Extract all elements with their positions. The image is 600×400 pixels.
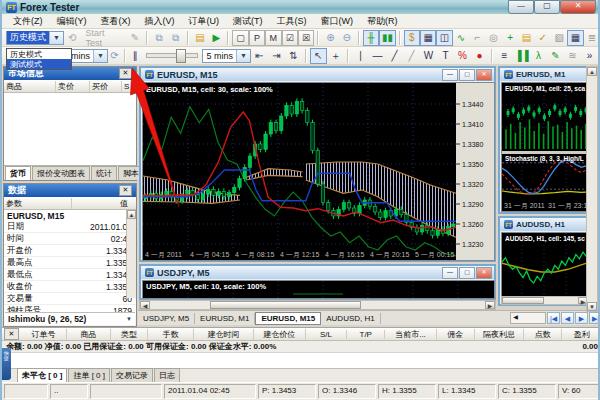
orders-tab-0[interactable]: 未平仓 [ 0 ]	[17, 368, 67, 382]
indicator-dropdown-icon[interactable]: ▼	[126, 316, 132, 322]
nav-next-icon[interactable]: ▶	[575, 312, 588, 324]
scroll-left-icon[interactable]: ◀	[140, 301, 150, 309]
orders-tab-2[interactable]: 交易记录	[111, 368, 153, 382]
scroll-right-icon[interactable]: ▶	[485, 301, 495, 309]
data-panel-scrollbar[interactable]: ▲	[126, 210, 136, 298]
indicator-step-icon[interactable]: ⌐	[469, 30, 485, 46]
templates-button[interactable]: M	[265, 30, 281, 46]
data-center-icon[interactable]: ▤	[192, 30, 208, 46]
child-close-button[interactable]: ✕	[476, 267, 492, 279]
hlines-set-icon[interactable]: ≡	[496, 48, 513, 64]
horizontal-line-icon[interactable]: —	[369, 48, 386, 64]
speed-slider-thumb[interactable]	[176, 49, 186, 63]
data-col-1[interactable]: 值	[72, 198, 130, 209]
market-col-1[interactable]: 卖价	[56, 81, 90, 92]
mode-option-0[interactable]: 历史模式	[7, 49, 71, 59]
nav-last-icon[interactable]: ▶|	[589, 312, 600, 324]
orders-col-3[interactable]: 手数	[148, 329, 194, 340]
market-info-body[interactable]	[4, 93, 136, 165]
eurusd-m15-chart[interactable]: 1.34401.34101.33801.33501.33201.32901.32…	[142, 82, 495, 261]
mdi-h-scrollbar[interactable]: ◀ ▶	[139, 300, 496, 310]
orders-tab-3[interactable]: 日志	[154, 368, 180, 382]
menu-item-2[interactable]: 查看(X)	[94, 14, 138, 29]
audusd-h1-titlebar[interactable]: FT AUDUSD, H1	[500, 218, 590, 231]
mode-select[interactable]: 历史模式 ▼	[6, 31, 64, 45]
fibonacci-icon[interactable]: %	[454, 48, 471, 64]
orders-col-0[interactable]: 订单号	[21, 329, 67, 340]
pause-icon[interactable]: ∥	[129, 48, 142, 64]
orders-col-7[interactable]: T/P	[347, 330, 385, 339]
menu-item-5[interactable]: 测试(T)	[226, 14, 270, 29]
orders-col-11[interactable]: 点数	[524, 329, 562, 340]
child-minimize-button[interactable]: —	[442, 267, 458, 279]
vertical-line-icon[interactable]: |	[352, 48, 369, 64]
new-chart-icon[interactable]: ▢	[232, 30, 248, 46]
collapsed-panel-tab[interactable]: 快捷	[2, 348, 11, 380]
copy-tick-icon[interactable]: ⧉	[151, 30, 167, 46]
speed-arrow-icon[interactable]: ▼	[236, 50, 250, 62]
snapshot-icon[interactable]: ▧	[551, 30, 567, 46]
candles-mode-icon[interactable]: ▮▮	[379, 30, 395, 46]
copy-chart-icon[interactable]: ⧉	[167, 30, 183, 46]
title-bar[interactable]: FT Forex Tester — ▢ ✕	[2, 0, 598, 14]
h-scroll-thumb[interactable]	[502, 297, 544, 304]
menu-item-6[interactable]: 工具(S)	[270, 14, 314, 29]
sync-icon[interactable]: ⟳	[108, 48, 121, 64]
chart-window-icon[interactable]: ▦	[420, 30, 436, 46]
maximize-button[interactable]: ▢	[534, 0, 560, 14]
data-panel-columns[interactable]: 参数值	[4, 197, 136, 210]
orders-body[interactable]	[2, 353, 600, 369]
profiles-button[interactable]: P	[249, 30, 265, 46]
ray-icon[interactable]: ╱	[403, 48, 420, 64]
scroll-up-icon[interactable]: ▲	[127, 210, 136, 219]
more-tools-icon[interactable]: »	[581, 48, 598, 64]
shapes-icon[interactable]: ●	[471, 48, 488, 64]
eurusd-m15-titlebar[interactable]: FT EURUSD, M15 — ▢ ✕	[141, 68, 494, 81]
eurusd-m1-chart[interactable]: EURUSD, M1, cell: 25, sca Stochastic (8,…	[501, 82, 591, 212]
orders-col-1[interactable]: 商品	[67, 329, 111, 340]
speed-slider[interactable]	[146, 50, 199, 62]
data-panel-close-icon[interactable]: ✕	[119, 185, 132, 196]
orders-close-icon[interactable]: ✕	[4, 328, 19, 340]
timeframe-arrow-icon[interactable]: ▼	[93, 50, 107, 62]
close-button[interactable]: ✕	[560, 0, 596, 14]
market-tab-0[interactable]: 货币	[5, 166, 31, 180]
orders-col-12[interactable]: 盈利	[562, 329, 600, 340]
orders-col-5[interactable]: 建仓价位	[254, 329, 306, 340]
audusd-h-scrollbar[interactable]: ▶	[501, 296, 589, 305]
cursor-icon[interactable]: ↖	[310, 48, 327, 64]
orders-col-10[interactable]: 隔夜利息	[475, 329, 525, 340]
orders-tab-1[interactable]: 挂单 [ 0 ]	[68, 368, 110, 382]
chart-tab-2[interactable]: EURUSD, M15	[255, 312, 321, 325]
oscillator-icon[interactable]: ◎	[485, 30, 501, 46]
child-close-button[interactable]: ✕	[476, 69, 492, 81]
market-col-3[interactable]: S	[122, 82, 132, 91]
menu-item-7[interactable]: 窗口(W)	[314, 14, 361, 29]
scroll-up-icon[interactable]: ▲	[587, 67, 597, 76]
tile-windows-icon[interactable]: ▦	[567, 30, 583, 46]
market-col-2[interactable]: 买价	[90, 81, 122, 92]
speed-select[interactable]: 5 mins ▼	[202, 49, 251, 63]
text-tool-icon[interactable]: T	[437, 48, 454, 64]
chart-tab-1[interactable]: EURUSD, M1	[195, 313, 255, 324]
audusd-h1-chart[interactable]: AUDUSD, H1, cell: 145, sc	[501, 232, 591, 297]
mdi-v-scrollbar[interactable]: ▲ ▼	[586, 66, 598, 312]
orders-col-2[interactable]: 类型	[111, 329, 149, 340]
menu-item-0[interactable]: 文件(Z)	[6, 14, 50, 29]
step-forward-icon[interactable]: ⇥	[268, 48, 285, 64]
market-info-columns[interactable]: 商品卖价买价S	[4, 80, 136, 93]
restart-test-icon[interactable]: ⟲	[64, 30, 80, 46]
indicator-selector[interactable]: Ishimoku (9, 26, 52) ▼	[5, 312, 135, 325]
bars-mode-icon[interactable]: ╫	[363, 30, 379, 46]
stamp-icon[interactable]: ✓	[535, 30, 551, 46]
scroll-down-icon[interactable]: ▼	[587, 302, 597, 311]
channel-icon[interactable]: ≋	[564, 48, 581, 64]
window-list-icon[interactable]: ≣	[584, 30, 600, 46]
wave-tool-icon[interactable]: W	[420, 48, 437, 64]
h-scroll-thumb[interactable]	[210, 301, 361, 309]
crosshair-icon[interactable]: ＋	[327, 48, 344, 64]
orders-col-8[interactable]: 当前市...	[385, 329, 437, 340]
pitchfork-icon[interactable]: λ	[530, 48, 547, 64]
chart-offset-icon[interactable]: ◫	[436, 30, 452, 46]
symbol-properties-icon[interactable]: $	[404, 30, 420, 46]
